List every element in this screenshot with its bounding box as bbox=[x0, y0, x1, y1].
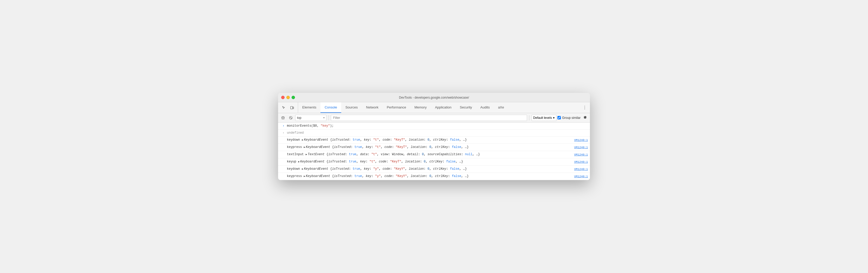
row-source[interactable]: VM1240:1 bbox=[572, 145, 590, 149]
maximize-button[interactable] bbox=[291, 96, 295, 99]
console-toolbar: top ▾ Default levels ▾ Group similar bbox=[278, 113, 590, 123]
row-content[interactable]: keypress ▶KeyboardEvent {isTrusted: true… bbox=[286, 173, 572, 179]
close-button[interactable] bbox=[281, 96, 285, 99]
divider-1 bbox=[329, 115, 329, 121]
tab-network[interactable]: Network bbox=[362, 102, 383, 113]
group-similar-label[interactable]: Group similar bbox=[562, 116, 581, 120]
tab-security[interactable]: Security bbox=[456, 102, 476, 113]
device-toolbar-button[interactable] bbox=[288, 104, 296, 111]
minimize-button[interactable] bbox=[286, 96, 290, 99]
console-row-keydown-y: keydown ▶KeyboardEvent {isTrusted: true,… bbox=[278, 166, 590, 173]
row-content[interactable]: textInput ▶TextEvent {isTrusted: true, d… bbox=[286, 151, 572, 158]
toolbar-icons bbox=[278, 102, 298, 113]
window-title: DevTools - developers.google.com/web/sho… bbox=[399, 96, 469, 99]
inspect-element-button[interactable] bbox=[280, 104, 287, 111]
divider-2 bbox=[529, 115, 529, 121]
title-bar: DevTools - developers.google.com/web/sho… bbox=[278, 93, 590, 102]
console-row-keypress-t: keypress ▶KeyboardEvent {isTrusted: true… bbox=[278, 144, 590, 151]
row-content: monitorEvents($0, "key"); bbox=[286, 123, 590, 129]
console-row-keypress-y: keypress ▶KeyboardEvent {isTrusted: true… bbox=[278, 173, 590, 180]
row-content[interactable]: keypress ▶KeyboardEvent {isTrusted: true… bbox=[286, 144, 572, 150]
filter-input[interactable] bbox=[331, 115, 527, 121]
tab-console[interactable]: Console bbox=[320, 102, 341, 113]
row-content[interactable]: keydown ▶KeyboardEvent {isTrusted: true,… bbox=[286, 166, 572, 172]
more-tabs-button[interactable]: ⋮ bbox=[580, 102, 590, 113]
traffic-lights bbox=[281, 96, 295, 99]
levels-selector[interactable]: Default levels ▾ bbox=[531, 115, 556, 121]
tab-bar: Elements Console Sources Network Perform… bbox=[278, 102, 590, 113]
row-source[interactable]: VM1240:1 bbox=[572, 138, 590, 142]
tab-performance[interactable]: Performance bbox=[382, 102, 410, 113]
devtools-window: DevTools - developers.google.com/web/sho… bbox=[278, 93, 590, 180]
tab-application[interactable]: Application bbox=[431, 102, 456, 113]
row-source[interactable]: VM1240:1 bbox=[572, 174, 590, 178]
settings-button[interactable] bbox=[582, 114, 588, 121]
group-similar-checkbox[interactable] bbox=[557, 116, 561, 120]
console-row-undefined: ‹ undefined bbox=[278, 130, 590, 137]
group-similar-checkbox-group: Group similar bbox=[557, 116, 581, 120]
row-content: undefined bbox=[286, 130, 590, 136]
context-selector[interactable]: top ▾ bbox=[295, 115, 327, 121]
console-row-keydown-t: keydown ▶KeyboardEvent {isTrusted: true,… bbox=[278, 137, 590, 144]
row-source[interactable]: VM1240:1 bbox=[572, 167, 590, 171]
tab-memory[interactable]: Memory bbox=[410, 102, 431, 113]
row-source[interactable]: VM1240:1 bbox=[572, 160, 590, 164]
console-row-keyup-t: keyup ▶KeyboardEvent {isTrusted: true, k… bbox=[278, 158, 590, 166]
console-row-input: › monitorEvents($0, "key"); bbox=[278, 123, 590, 130]
svg-rect-0 bbox=[290, 106, 292, 109]
clear-console-button[interactable] bbox=[280, 114, 286, 121]
tab-sources[interactable]: Sources bbox=[341, 102, 362, 113]
console-output: › monitorEvents($0, "key"); ‹ undefined … bbox=[278, 123, 590, 180]
row-source[interactable]: VM1240:1 bbox=[572, 152, 590, 157]
svg-line-7 bbox=[290, 117, 292, 119]
row-content[interactable]: keyup ▶KeyboardEvent {isTrusted: true, k… bbox=[286, 159, 572, 165]
context-selector-arrow: ▾ bbox=[323, 116, 324, 119]
levels-selector-arrow: ▾ bbox=[553, 116, 555, 120]
tab-axe[interactable]: aXe bbox=[494, 102, 508, 113]
block-icon-button[interactable] bbox=[287, 114, 294, 121]
main-tabs: Elements Console Sources Network Perform… bbox=[298, 102, 580, 113]
console-row-textinput-t: textInput ▶TextEvent {isTrusted: true, d… bbox=[278, 151, 590, 158]
tab-audits[interactable]: Audits bbox=[476, 102, 494, 113]
row-content[interactable]: keydown ▶KeyboardEvent {isTrusted: true,… bbox=[286, 137, 572, 143]
tab-elements[interactable]: Elements bbox=[298, 102, 320, 113]
row-gutter: ‹ bbox=[278, 131, 286, 134]
row-gutter: › bbox=[278, 124, 286, 128]
svg-rect-1 bbox=[293, 107, 294, 109]
